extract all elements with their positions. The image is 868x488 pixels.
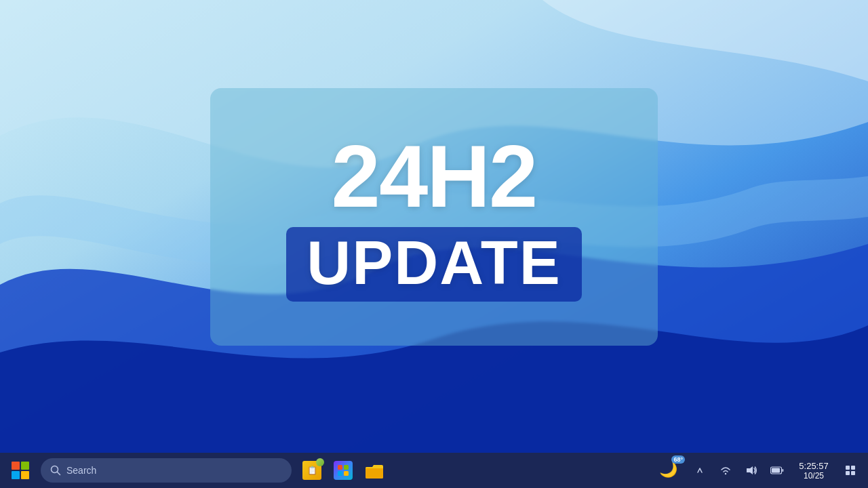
battery-icon bbox=[770, 466, 784, 475]
windows-logo bbox=[12, 462, 29, 479]
svg-rect-6 bbox=[344, 471, 349, 476]
win-logo-q2 bbox=[21, 462, 29, 470]
weather-icon-container: 🌙 68° bbox=[659, 460, 681, 481]
wifi-button[interactable] bbox=[713, 458, 738, 483]
weather-widget[interactable]: 🌙 68° bbox=[654, 457, 686, 484]
sticky-notes-icon: 📋 bbox=[302, 461, 321, 480]
start-button[interactable] bbox=[5, 455, 35, 485]
clock-date: 10/25 bbox=[804, 471, 824, 481]
svg-rect-5 bbox=[338, 471, 342, 476]
search-bar[interactable]: Search bbox=[41, 458, 292, 483]
clock-time: 5:25:57 bbox=[799, 461, 828, 471]
taskbar-app-microsoft-store[interactable] bbox=[328, 455, 358, 485]
search-icon bbox=[50, 465, 61, 476]
microsoft-store-icon bbox=[334, 461, 353, 480]
win-logo-q1 bbox=[12, 462, 20, 470]
volume-icon bbox=[745, 465, 757, 476]
show-hidden-icons-button[interactable] bbox=[688, 458, 712, 483]
taskbar-app-file-explorer[interactable] bbox=[359, 455, 389, 485]
promo-subtitle: UPDATE bbox=[286, 227, 581, 302]
svg-rect-13 bbox=[846, 466, 850, 470]
win-logo-q3 bbox=[12, 471, 20, 479]
win-logo-q4 bbox=[21, 471, 29, 479]
promo-box: 24H2 UPDATE bbox=[210, 88, 658, 346]
volume-button[interactable] bbox=[739, 458, 764, 483]
notification-button[interactable] bbox=[838, 458, 863, 483]
wifi-icon bbox=[719, 465, 732, 476]
svg-rect-11 bbox=[772, 468, 780, 473]
clock-area[interactable]: 5:25:57 10/25 bbox=[791, 460, 837, 482]
svg-rect-14 bbox=[851, 466, 855, 470]
promo-title: 24H2 bbox=[332, 132, 537, 220]
desktop: 24H2 UPDATE Search 📋 bbox=[0, 0, 868, 488]
taskbar-app-sticky-notes[interactable]: 📋 bbox=[297, 455, 327, 485]
svg-rect-16 bbox=[851, 471, 855, 475]
system-tray: 🌙 68° bbox=[654, 457, 863, 484]
svg-rect-4 bbox=[344, 465, 349, 470]
taskbar: Search 📋 bbox=[0, 453, 868, 488]
svg-rect-3 bbox=[338, 465, 342, 470]
svg-marker-9 bbox=[747, 466, 753, 474]
pinned-apps: 📋 bbox=[297, 455, 389, 485]
chevron-up-icon bbox=[696, 466, 703, 475]
svg-rect-12 bbox=[782, 469, 784, 472]
battery-button[interactable] bbox=[765, 458, 789, 483]
search-label: Search bbox=[66, 465, 96, 476]
svg-rect-8 bbox=[366, 468, 383, 479]
svg-rect-15 bbox=[846, 471, 850, 475]
svg-line-2 bbox=[58, 472, 60, 475]
temperature-badge: 68° bbox=[671, 455, 685, 464]
store-svg bbox=[337, 464, 349, 476]
notification-icon bbox=[845, 465, 856, 476]
file-explorer-icon bbox=[365, 461, 384, 480]
